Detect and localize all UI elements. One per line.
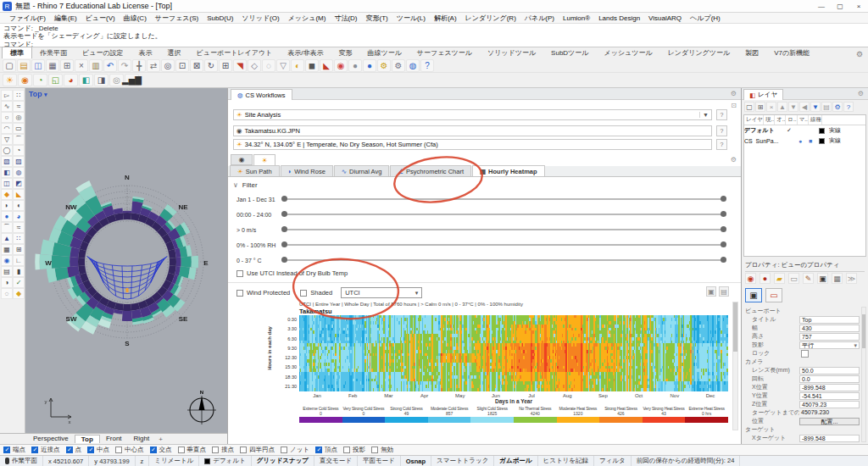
- property-value[interactable]: 50.0: [799, 367, 860, 374]
- slider-track[interactable]: [282, 229, 726, 230]
- checkbox[interactable]: [236, 270, 243, 277]
- move-up-icon[interactable]: ▲: [777, 102, 787, 112]
- layers-gear-icon[interactable]: ⚙: [858, 90, 864, 97]
- minimize-button[interactable]: —: [812, 0, 831, 12]
- command-area[interactable]: コマンド: _Delete 表示モードを「シェーディング」に設定しました。 コマ…: [0, 24, 868, 47]
- subtab-gear-icon[interactable]: ⚙: [731, 156, 737, 164]
- render-icon[interactable]: ◣: [320, 59, 333, 72]
- status-cell[interactable]: グリッドスナップ: [252, 456, 314, 466]
- panel-gear-icon[interactable]: ⚙: [731, 90, 737, 97]
- viewport-tab[interactable]: Perspective: [27, 435, 75, 443]
- menu-item[interactable]: SubD(U): [203, 14, 237, 22]
- layers-tab[interactable]: ◧ レイヤ: [743, 89, 783, 100]
- menu-item[interactable]: ヘルプ(H): [686, 14, 725, 23]
- color-wheel-icon[interactable]: ◉: [334, 59, 348, 72]
- more-chevron-icon[interactable]: ≫: [846, 273, 857, 284]
- transform-icon[interactable]: ▲: [1, 233, 13, 244]
- chart-tab[interactable]: ∿ Diurnal Avg: [334, 165, 390, 176]
- view-analysis-icon[interactable]: ◱: [48, 74, 63, 86]
- arc-icon[interactable]: ◠: [1, 123, 13, 134]
- export-image-icon[interactable]: ▣: [706, 286, 716, 297]
- status-cell[interactable]: フィルタ: [594, 456, 632, 466]
- chart-tab[interactable]: ∠ Psychrometric Chart: [390, 165, 471, 176]
- move-icon[interactable]: ⇄: [147, 59, 160, 72]
- checkbox[interactable]: [115, 447, 122, 453]
- loft-icon[interactable]: ▨: [13, 156, 25, 167]
- cplane-icon[interactable]: ◥: [233, 59, 247, 72]
- rebuild-icon[interactable]: ≈: [13, 222, 25, 233]
- layer-on-bulb-icon[interactable]: ●: [795, 138, 805, 144]
- top-viewport[interactable]: Top ▾: [25, 88, 227, 433]
- wallpaper-props-button[interactable]: ▭: [765, 288, 782, 302]
- osnap-toggle[interactable]: 近接点: [31, 446, 60, 454]
- chart-tab[interactable]: ☀ Sun Path: [230, 165, 280, 176]
- checkbox[interactable]: [240, 447, 247, 453]
- tools-gear-icon[interactable]: ⚙: [392, 59, 405, 72]
- checkbox[interactable]: [178, 447, 185, 453]
- close-button[interactable]: ×: [849, 0, 868, 12]
- move-left-icon[interactable]: ◀: [799, 102, 810, 112]
- toolbar-tab[interactable]: 曲線ツール: [359, 47, 409, 58]
- menu-item[interactable]: 寸法(D): [330, 14, 361, 23]
- slider-track[interactable]: [282, 259, 726, 261]
- curve-edit-icon[interactable]: ⌒: [1, 222, 13, 233]
- panel-expand-icon[interactable]: ⊡: [731, 102, 737, 109]
- osnap-toggle[interactable]: 無効: [371, 446, 393, 454]
- scrollbar-thumb[interactable]: [733, 302, 737, 352]
- layer-filter-icon[interactable]: ▼: [810, 102, 821, 112]
- filter-section-header[interactable]: ∨ Filter: [233, 181, 258, 189]
- folder-icon[interactable]: ▰: [774, 273, 785, 284]
- workflow-select[interactable]: ☀ Site Analysis ▼: [233, 109, 712, 120]
- chart-tab[interactable]: ▦ Hourly Heatmap: [472, 165, 545, 176]
- slider-handle-min[interactable]: [281, 196, 287, 202]
- slider-handle-max[interactable]: [721, 226, 726, 232]
- property-value[interactable]: 430: [799, 325, 860, 332]
- chevron-down-icon[interactable]: ▾: [413, 290, 419, 297]
- status-cell[interactable]: 前回の保存からの経過時間(分): 24: [632, 456, 741, 466]
- toolbar-tab[interactable]: ビューポートレイアウト: [189, 47, 281, 58]
- image-icon[interactable]: ▦: [832, 273, 843, 284]
- shaded-checkbox[interactable]: [300, 290, 307, 297]
- menu-item[interactable]: レンダリング(R): [461, 14, 520, 23]
- osnap-toggle[interactable]: ノット: [281, 446, 309, 454]
- select-arrow-icon[interactable]: ▻: [1, 90, 13, 101]
- slider-handle-max[interactable]: [721, 211, 726, 217]
- status-cell[interactable]: 平面モード: [358, 456, 401, 466]
- wind-rose-sunpath-canvas[interactable]: [25, 88, 227, 433]
- layer-color-swatch[interactable]: [819, 128, 825, 134]
- menu-item[interactable]: メッシュ(M): [284, 14, 331, 23]
- layers-column-header[interactable]: マ..: [798, 115, 809, 125]
- toolbar-tab[interactable]: 選択: [160, 47, 189, 58]
- property-value[interactable]: 配置...: [799, 418, 860, 425]
- viewport-layout-icon[interactable]: ⊞: [219, 59, 232, 72]
- layer-lock-icon[interactable]: ■: [805, 138, 815, 144]
- osnap-toggle[interactable]: 中点: [87, 446, 109, 454]
- save-icon[interactable]: ◫: [31, 59, 45, 72]
- delete-layer-icon[interactable]: ×: [766, 102, 776, 112]
- circle-icon[interactable]: ○: [1, 112, 13, 123]
- status-cell[interactable]: ガムボール: [494, 456, 537, 466]
- render-cube-icon[interactable]: ◨: [94, 74, 108, 86]
- slider-handle-max[interactable]: [721, 196, 726, 202]
- layer-linetype[interactable]: 実線: [827, 126, 865, 135]
- toolbar-tab[interactable]: 変形: [331, 47, 359, 58]
- viewport-props-button[interactable]: ▣: [745, 288, 762, 302]
- mesh-tool-icon[interactable]: ◌: [1, 288, 13, 299]
- ellipse-icon[interactable]: ◯: [1, 145, 13, 156]
- status-cell[interactable]: デフォルト: [199, 456, 251, 466]
- chamfer-icon[interactable]: ◖: [13, 200, 25, 211]
- property-value[interactable]: 757: [799, 333, 860, 341]
- undo-icon[interactable]: ↶: [103, 59, 117, 72]
- move-down-icon[interactable]: ▼: [788, 102, 798, 112]
- sun-cloud-icon[interactable]: ☀: [3, 74, 17, 86]
- sweep-icon[interactable]: ◩: [13, 178, 25, 189]
- sun-analysis-subtab[interactable]: ☀: [253, 154, 275, 165]
- help-icon[interactable]: ?: [420, 59, 434, 72]
- select-icon[interactable]: ◌: [262, 59, 275, 72]
- osnap-toggle[interactable]: 垂直点: [178, 446, 207, 454]
- layers-column-header[interactable]: 現..: [764, 115, 775, 125]
- print-chart-icon[interactable]: ▤: [719, 286, 729, 297]
- layers-column-header[interactable]: 線種: [809, 115, 822, 125]
- climate-row[interactable]: ☀ 34.32° N, 134.05° E | Temperate, No Dr…: [233, 139, 712, 150]
- new-sublayer-icon[interactable]: ⊞: [755, 102, 765, 112]
